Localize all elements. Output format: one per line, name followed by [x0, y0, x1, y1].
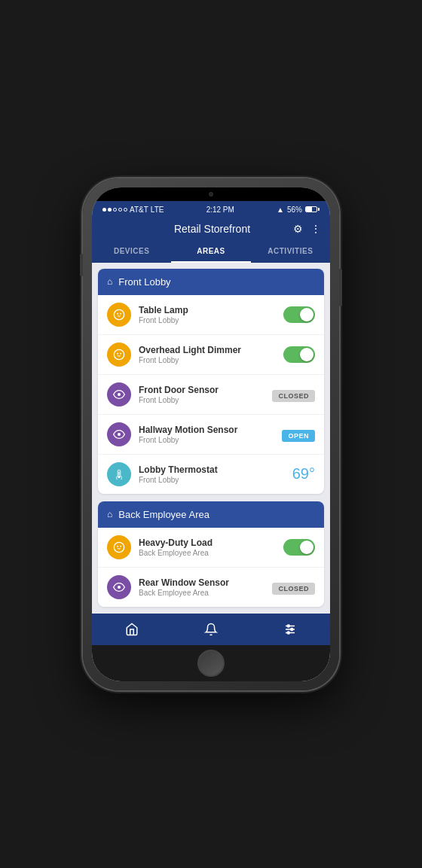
signal-dot-3: [113, 208, 117, 212]
svg-point-12: [120, 545, 121, 547]
bell-nav-icon: [204, 623, 218, 636]
device-control-table-lamp[interactable]: [283, 306, 315, 323]
area-header-front-lobby: ⌂ Front Lobby: [98, 269, 324, 295]
eye-icon-2: [113, 428, 125, 440]
device-icon-hallway-motion: [107, 422, 131, 446]
signal-dot-1: [102, 208, 106, 212]
svg-point-5: [120, 352, 121, 354]
battery-tip: [318, 208, 320, 211]
device-location-rear-window: Back Employee Area: [139, 589, 265, 597]
device-location-hallway-motion: Front Lobby: [139, 436, 274, 444]
device-control-rear-window: CLOSED: [272, 580, 315, 594]
battery-body: [305, 206, 317, 212]
area-header-back-employee: ⌂ Back Employee Area: [98, 501, 324, 528]
device-info-table-lamp: Table Lamp Front Lobby: [139, 305, 276, 324]
svg-point-10: [114, 542, 124, 552]
device-row-front-door: Front Door Sensor Front Lobby CLOSED: [98, 375, 324, 415]
signal-dot-4: [118, 208, 122, 212]
device-location-overhead-dimmer: Front Lobby: [139, 356, 276, 364]
status-left: AT&T LTE: [102, 206, 164, 214]
sliders-nav-icon: [283, 623, 297, 636]
battery-icon: [305, 206, 320, 212]
nav-settings[interactable]: [251, 620, 330, 639]
device-info-front-door: Front Door Sensor Front Lobby: [139, 385, 265, 404]
tab-devices[interactable]: DEVICES: [92, 241, 171, 263]
svg-point-19: [288, 632, 290, 634]
toggle-overhead-dimmer[interactable]: [283, 346, 315, 363]
outlet-icon: [113, 309, 125, 321]
location-icon: ▲: [277, 206, 284, 214]
device-icon-rear-window: [107, 575, 131, 599]
phone-notch: [92, 187, 330, 201]
more-icon[interactable]: ⋮: [310, 223, 321, 235]
camera-dot: [209, 192, 213, 196]
device-info-overhead-dimmer: Overhead Light Dimmer Front Lobby: [139, 345, 276, 364]
content-area: ⌂ Front Lobby: [92, 263, 330, 614]
status-badge-front-door: CLOSED: [272, 390, 315, 402]
carrier-label: AT&T: [130, 206, 148, 214]
device-name-hallway-motion: Hallway Motion Sensor: [139, 425, 274, 435]
outlet-icon-3: [113, 541, 125, 553]
toggle-heavy-duty[interactable]: [283, 539, 315, 556]
area-home-icon: ⌂: [107, 276, 112, 287]
battery-percent: 56%: [287, 206, 302, 214]
device-control-heavy-duty[interactable]: [283, 539, 315, 556]
svg-point-7: [118, 433, 121, 436]
battery-fill: [306, 207, 312, 212]
device-row-overhead-dimmer: Overhead Light Dimmer Front Lobby: [98, 335, 324, 375]
svg-point-8: [118, 475, 121, 478]
tab-activities[interactable]: ACTIVITIES: [251, 241, 330, 263]
home-nav-icon: [125, 623, 139, 636]
device-location-heavy-duty: Back Employee Area: [139, 549, 276, 557]
status-time: 2:12 PM: [206, 206, 234, 214]
status-bar: AT&T LTE 2:12 PM ▲ 56%: [92, 201, 330, 217]
device-row-heavy-duty: Heavy-Duty Load Back Employee Area: [98, 528, 324, 568]
eye-icon-3: [113, 581, 125, 593]
svg-point-6: [118, 393, 121, 396]
device-name-overhead-dimmer: Overhead Light Dimmer: [139, 345, 276, 355]
device-info-heavy-duty: Heavy-Duty Load Back Employee Area: [139, 538, 276, 557]
home-button[interactable]: [197, 650, 225, 677]
tab-bar: DEVICES AREAS ACTIVITIES: [92, 241, 330, 263]
outlet-icon-2: [113, 349, 125, 361]
device-location-thermostat: Front Lobby: [139, 476, 285, 484]
device-icon-table-lamp: [107, 303, 131, 327]
tab-areas[interactable]: AREAS: [171, 241, 250, 263]
status-badge-hallway-motion: OPEN: [282, 430, 315, 442]
device-info-rear-window: Rear Window Sensor Back Employee Area: [139, 577, 265, 597]
app-screen: AT&T LTE 2:12 PM ▲ 56%: [92, 187, 330, 681]
home-button-area: [92, 645, 330, 681]
signal-dot-5: [124, 208, 127, 212]
device-name-rear-window: Rear Window Sensor: [139, 577, 265, 588]
app-header: Retail Storefront ⚙ ⋮: [92, 217, 330, 241]
area-home-icon-2: ⌂: [107, 509, 112, 519]
settings-icon[interactable]: ⚙: [293, 223, 303, 235]
device-row-rear-window: Rear Window Sensor Back Employee Area CL…: [98, 568, 324, 607]
svg-point-13: [118, 586, 121, 589]
area-name-back-employee: Back Employee Area: [118, 509, 209, 520]
svg-point-17: [288, 625, 290, 627]
device-name-table-lamp: Table Lamp: [139, 305, 276, 315]
nav-notifications[interactable]: [171, 620, 250, 639]
status-right: ▲ 56%: [277, 206, 320, 214]
device-control-overhead-dimmer[interactable]: [283, 346, 315, 363]
nav-home[interactable]: [92, 620, 171, 639]
svg-point-3: [114, 349, 124, 359]
device-name-thermostat: Lobby Thermostat: [139, 464, 285, 475]
svg-point-2: [120, 312, 121, 314]
device-icon-front-door: [107, 382, 131, 407]
svg-point-4: [117, 352, 118, 354]
toggle-table-lamp[interactable]: [283, 306, 315, 323]
svg-point-18: [291, 628, 293, 630]
network-label: LTE: [151, 206, 164, 214]
svg-point-11: [117, 545, 118, 547]
temp-display-thermostat: 69°: [292, 465, 315, 482]
device-control-thermostat: 69°: [292, 465, 315, 483]
device-row-hallway-motion: Hallway Motion Sensor Front Lobby OPEN: [98, 415, 324, 455]
device-name-heavy-duty: Heavy-Duty Load: [139, 538, 276, 548]
phone-device: AT&T LTE 2:12 PM ▲ 56%: [83, 178, 339, 690]
device-row-table-lamp: Table Lamp Front Lobby: [98, 295, 324, 335]
device-row-thermostat: Lobby Thermostat Front Lobby 69°: [98, 455, 324, 494]
signal-dot-2: [108, 208, 112, 212]
device-location-front-door: Front Lobby: [139, 396, 265, 404]
